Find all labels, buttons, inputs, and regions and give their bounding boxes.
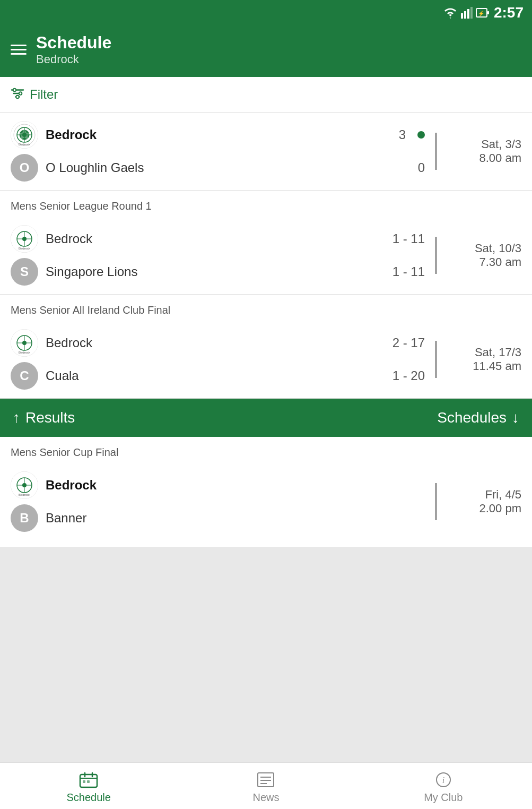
- status-time: 2:57: [494, 4, 524, 21]
- match-block-2: Mens Senior League Round 1 Bedrock Bedro…: [0, 191, 532, 295]
- category-2: Mens Senior League Round 1: [0, 191, 532, 217]
- score-bedrock-1: 3: [363, 127, 406, 142]
- down-arrow-icon: ↓: [512, 409, 519, 426]
- score-bedrock-3: 2 - 17: [382, 335, 425, 350]
- up-arrow-icon: ↑: [13, 409, 20, 426]
- status-bar: ⚡ 2:57: [0, 0, 532, 25]
- svg-text:⚡: ⚡: [478, 10, 485, 17]
- team-row-cuala: C Cuala 1 - 20: [11, 362, 425, 390]
- banner-logo: B: [11, 504, 38, 532]
- upcoming-team-banner: B Banner: [11, 504, 425, 532]
- match-1[interactable]: Bedrock Bedrock 3 O O Loughlin Gaels 0 S…: [0, 113, 532, 190]
- date-col-3: Sat, 17/3 11.45 am: [447, 346, 521, 373]
- bedrock-logo-2: Bedrock: [11, 225, 38, 253]
- info-icon: i: [434, 771, 453, 788]
- upcoming-team-bedrock: Bedrock Bedrock: [11, 471, 425, 499]
- svg-text:Bedrock: Bedrock: [19, 493, 31, 496]
- bottom-nav: Schedule News i My Club: [0, 762, 532, 809]
- match-time-1: 8.00 am: [479, 151, 522, 165]
- bedrock-logo-3: Bedrock: [11, 329, 38, 357]
- team-name-singapore: Singapore Lions: [46, 264, 375, 279]
- upcoming-team-name-bedrock: Bedrock: [46, 478, 425, 493]
- upcoming-date: Fri, 4/5: [485, 488, 521, 502]
- upcoming-match[interactable]: Bedrock Bedrock B Banner Fri, 4/5 2.00 p…: [0, 463, 532, 540]
- schedules-section[interactable]: Schedules ↓: [437, 409, 519, 426]
- score-cuala: 1 - 20: [382, 368, 425, 383]
- header-subtitle: Bedrock: [36, 53, 111, 66]
- category-3: Mens Senior All Ireland Club Final: [0, 295, 532, 321]
- team-name-bedrock-2: Bedrock: [46, 231, 375, 246]
- battery-icon: ⚡: [476, 7, 490, 19]
- upcoming-team-name-banner: Banner: [46, 511, 425, 526]
- header-text: Schedule Bedrock: [36, 33, 111, 66]
- header-title: Schedule: [36, 33, 111, 53]
- nav-label-myclub: My Club: [424, 791, 463, 804]
- match-time-2: 7.30 am: [479, 255, 522, 269]
- nav-item-news[interactable]: News: [177, 771, 354, 804]
- match-time-3: 11.45 am: [473, 359, 521, 373]
- team-row-oloughlin: O O Loughlin Gaels 0: [11, 154, 425, 182]
- upcoming-separator: [435, 483, 437, 520]
- upcoming-teams-section: Bedrock Bedrock B Banner: [11, 471, 425, 532]
- match-date-2: Sat, 10/3: [475, 242, 521, 255]
- score-singapore: 1 - 11: [382, 264, 425, 279]
- teams-section-3: Bedrock Bedrock 2 - 17 C Cuala 1 - 20: [11, 329, 425, 390]
- match-separator-1: [435, 133, 437, 170]
- calendar-icon: [79, 771, 99, 788]
- nav-label-schedule: Schedule: [66, 791, 110, 804]
- svg-rect-3: [470, 7, 473, 19]
- teams-section-1: Bedrock Bedrock 3 O O Loughlin Gaels 0: [11, 121, 425, 182]
- match-separator-2: [435, 237, 437, 274]
- results-label-text: Results: [25, 409, 75, 426]
- svg-text:i: i: [442, 776, 444, 785]
- nav-item-schedule[interactable]: Schedule: [0, 771, 177, 804]
- upcoming-date-col: Fri, 4/5 2.00 pm: [447, 488, 521, 515]
- svg-rect-0: [461, 13, 463, 19]
- upcoming-block: Mens Senior Cup Final Bedrock Bedrock B …: [0, 437, 532, 547]
- grey-area: [0, 547, 532, 762]
- team-name-bedrock-3: Bedrock: [46, 335, 375, 350]
- match-block-1: Bedrock Bedrock 3 O O Loughlin Gaels 0 S…: [0, 113, 532, 191]
- date-col-2: Sat, 10/3 7.30 am: [447, 242, 521, 269]
- nav-label-news: News: [252, 791, 279, 804]
- wifi-icon: [443, 7, 458, 19]
- team-name-oloughlin: O Loughlin Gaels: [46, 160, 375, 175]
- svg-text:Bedrock: Bedrock: [19, 247, 31, 250]
- status-icons: ⚡: [443, 7, 490, 19]
- svg-rect-44: [83, 780, 85, 783]
- team-row-bedrock-1: Bedrock Bedrock 3: [11, 121, 425, 149]
- nav-item-myclub[interactable]: i My Club: [355, 771, 532, 804]
- score-oloughlin: 0: [382, 160, 425, 175]
- match-date-3: Sat, 17/3: [475, 346, 521, 359]
- match-3[interactable]: Bedrock Bedrock 2 - 17 C Cuala 1 - 20 Sa…: [0, 321, 532, 398]
- svg-rect-2: [467, 9, 469, 19]
- menu-button[interactable]: [11, 45, 27, 55]
- news-icon: [256, 771, 275, 788]
- signal-icon: [461, 7, 473, 19]
- match-block-3: Mens Senior All Ireland Club Final Bedro…: [0, 295, 532, 399]
- results-section[interactable]: ↑ Results: [13, 409, 75, 426]
- results-divider[interactable]: ↑ Results Schedules ↓: [0, 399, 532, 437]
- match-2[interactable]: Bedrock Bedrock 1 - 11 S Singapore Lions…: [0, 217, 532, 294]
- svg-point-10: [13, 89, 16, 92]
- svg-text:Bedrock: Bedrock: [19, 143, 31, 146]
- svg-point-12: [16, 96, 19, 99]
- bedrock-logo-1: Bedrock: [11, 121, 38, 149]
- singapore-logo: S: [11, 258, 38, 286]
- svg-point-11: [19, 92, 22, 95]
- upcoming-bedrock-logo: Bedrock: [11, 471, 38, 499]
- teams-section-2: Bedrock Bedrock 1 - 11 S Singapore Lions…: [11, 225, 425, 286]
- score-bedrock-2: 1 - 11: [382, 231, 425, 246]
- filter-label: Filter: [30, 87, 58, 102]
- filter-bar[interactable]: Filter: [0, 77, 532, 113]
- svg-rect-45: [87, 780, 90, 783]
- match-separator-3: [435, 341, 437, 378]
- upcoming-time: 2.00 pm: [479, 502, 522, 515]
- svg-rect-1: [464, 11, 466, 19]
- cuala-logo: C: [11, 362, 38, 390]
- team-name-cuala: Cuala: [46, 368, 375, 383]
- date-col-1: Sat, 3/3 8.00 am: [447, 137, 521, 165]
- svg-rect-5: [487, 11, 489, 14]
- match-date-1: Sat, 3/3: [481, 137, 521, 151]
- schedules-label-text: Schedules: [437, 409, 507, 426]
